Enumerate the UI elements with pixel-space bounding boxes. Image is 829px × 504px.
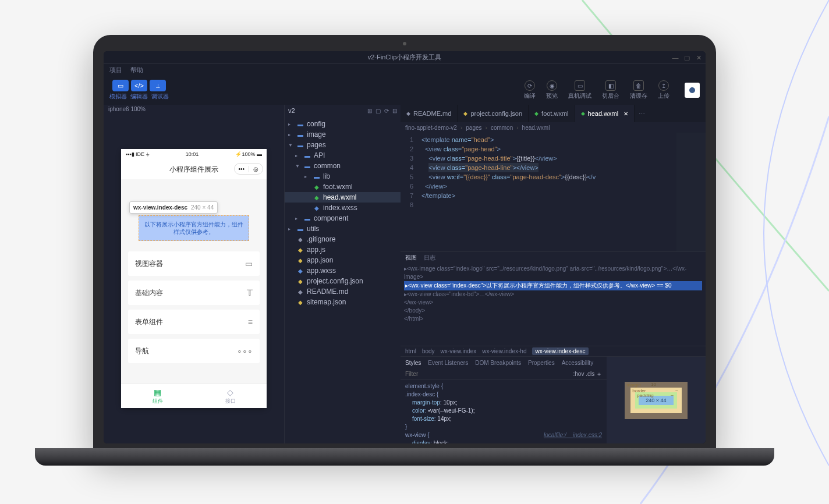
code-area[interactable]: 12345678 <template name="head"> <view cl…: [401, 133, 706, 251]
dom-crumb[interactable]: html: [405, 348, 416, 354]
phone-status-bar: ▪▪▪▮ IDE ⏚ 10:01 ⚡100% ▬: [121, 149, 267, 159]
preview-button[interactable]: ◉预览: [546, 80, 558, 100]
folder-item[interactable]: ▸▬config: [285, 119, 401, 129]
clear-cache-button[interactable]: 🗑清缓存: [630, 80, 647, 100]
styles-tab[interactable]: Event Listeners: [428, 360, 468, 366]
file-item[interactable]: ◆app.wxss: [285, 265, 401, 276]
time-label: 10:01: [186, 151, 199, 157]
styles-tab[interactable]: Accessibility: [562, 360, 593, 366]
collapse-icon[interactable]: ⊟: [392, 108, 397, 114]
menu-bar: 项目 帮助: [104, 64, 706, 76]
styles-tab[interactable]: DOM Breakpoints: [475, 360, 521, 366]
tabs-more-icon[interactable]: ⋯: [635, 105, 649, 122]
menu-project[interactable]: 项目: [109, 66, 122, 74]
inspect-highlight: 以下将展示小程序官方组件能力，组件样式仅供参考。: [139, 215, 249, 241]
debugger-toggle[interactable]: ⟂: [150, 80, 166, 91]
folder-item[interactable]: ▸▬API: [285, 150, 401, 161]
phone-header: 小程序组件展示 •••◎: [121, 159, 267, 179]
editor-tabs: ◆README.md◆project.config.json◆foot.wxml…: [401, 105, 706, 122]
breadcrumb-segment[interactable]: head.wxml: [522, 125, 550, 131]
box-model: margin10 border– padding– 240 × 44: [607, 357, 706, 443]
carrier-label: ▪▪▪▮ IDE ⏚: [126, 151, 149, 157]
styles-filter-input[interactable]: [405, 371, 573, 377]
zoom-level[interactable]: 100%: [130, 106, 146, 112]
explorer-root[interactable]: v2: [288, 107, 295, 114]
file-item[interactable]: ◆.gitignore: [285, 234, 401, 244]
editor-pane: ◆README.md◆project.config.json◆foot.wxml…: [401, 105, 706, 443]
remote-debug-button[interactable]: ▭真机调试: [568, 80, 591, 100]
dom-crumb[interactable]: wx-view.index-hd: [482, 348, 526, 354]
capsule-button[interactable]: •••◎: [234, 163, 263, 175]
list-item[interactable]: 视图容器▭: [128, 251, 260, 276]
css-rules[interactable]: element.style {.index-desc {</span></div…: [401, 380, 607, 443]
styles-tabs: StylesEvent ListenersDOM BreakpointsProp…: [401, 357, 607, 368]
file-item[interactable]: ◆index.wxss: [285, 203, 401, 213]
file-item[interactable]: ◆sitemap.json: [285, 297, 401, 307]
tab-component[interactable]: ▦组件: [121, 384, 194, 408]
dom-crumb[interactable]: body: [422, 348, 435, 354]
file-item[interactable]: ◆project.config.json: [285, 276, 401, 286]
close-icon[interactable]: ✕: [623, 111, 628, 117]
editor-tab[interactable]: ◆project.config.json: [458, 105, 529, 122]
file-item[interactable]: ◆README.md: [285, 286, 401, 297]
file-item[interactable]: ◆foot.wxml: [285, 182, 401, 192]
dom-tree[interactable]: ▸<wx-image class="index-logo" src="../re…: [401, 264, 706, 346]
breadcrumb-segment[interactable]: pages: [466, 125, 481, 131]
folder-item[interactable]: ▸▬image: [285, 129, 401, 140]
breadcrumb-segment[interactable]: common: [491, 125, 513, 131]
file-item[interactable]: ◆app.js: [285, 244, 401, 255]
new-folder-icon[interactable]: ▢: [375, 108, 381, 114]
list-item[interactable]: 表单组件≡: [128, 310, 260, 334]
styles-tab[interactable]: Properties: [528, 360, 555, 366]
dom-crumb[interactable]: wx-view.index: [441, 348, 477, 354]
editor-tab[interactable]: ◆README.md: [401, 105, 458, 122]
styles-tab[interactable]: Styles: [405, 360, 421, 366]
compile-button[interactable]: ⟳编译: [524, 80, 536, 100]
new-file-icon[interactable]: ⊞: [367, 108, 372, 114]
file-item[interactable]: ◆app.json: [285, 255, 401, 265]
inspect-tooltip: wx-view.index-desc240 × 44: [129, 201, 218, 214]
editor-toggle[interactable]: </>: [131, 80, 147, 91]
dt-tab-view[interactable]: 视图: [405, 254, 417, 262]
editor-tab[interactable]: ◆foot.wxml: [529, 105, 575, 122]
refresh-icon[interactable]: ⟳: [384, 108, 389, 114]
phone-frame: ▪▪▪▮ IDE ⏚ 10:01 ⚡100% ▬ 小程序组件展示 •••◎ wx…: [121, 149, 267, 408]
battery-label: ⚡100% ▬: [235, 151, 262, 157]
folder-item[interactable]: ▼▬common: [285, 161, 401, 171]
dom-breadcrumb: htmlbodywx-view.indexwx-view.index-hdwx-…: [401, 346, 706, 356]
folder-item[interactable]: ▸▬lib: [285, 171, 401, 182]
dt-tab-other[interactable]: 日志: [424, 254, 435, 262]
phone-tabbar: ▦组件 ◇接口: [121, 384, 267, 408]
code-content[interactable]: <template name="head"> <view class="page…: [417, 133, 706, 251]
window-controls: — ▢ ✕: [672, 51, 702, 64]
close-icon[interactable]: ✕: [695, 54, 702, 62]
dom-crumb[interactable]: wx-view.index-desc: [532, 347, 588, 355]
editor-label: 编辑器: [130, 93, 148, 101]
folder-item[interactable]: ▼▬pages: [285, 140, 401, 150]
menu-help[interactable]: 帮助: [130, 66, 143, 74]
maximize-icon[interactable]: ▢: [683, 54, 690, 62]
minimap[interactable]: [676, 133, 706, 251]
view-toggle: ▭ </> ⟂ 模拟器 编辑器 调试器: [109, 80, 169, 101]
simulator-label: 模拟器: [109, 93, 127, 101]
laptop-mockup: v2-FinClip小程序开发工具 — ▢ ✕ 项目 帮助 ▭ </> ⟂: [93, 35, 716, 454]
folder-item[interactable]: ▸▬component: [285, 213, 401, 223]
file-item[interactable]: ◆head.wxml: [285, 192, 401, 203]
minimize-icon[interactable]: —: [672, 54, 679, 61]
upload-button[interactable]: ↥上传: [658, 80, 669, 100]
styles-filter-actions[interactable]: :hov .cls ＋: [573, 370, 602, 378]
laptop-base: [35, 448, 774, 466]
user-avatar[interactable]: [685, 83, 700, 98]
tab-api[interactable]: ◇接口: [194, 384, 267, 408]
editor-tab[interactable]: ◆head.wxml✕: [575, 105, 635, 122]
explorer-pane: v2 ⊞ ▢ ⟳ ⊟ ▸▬config▸▬image▼▬pages▸▬API▼▬…: [284, 105, 401, 443]
folder-item[interactable]: ▸▬utils: [285, 223, 401, 234]
list-item[interactable]: 导航∘∘∘: [128, 339, 260, 363]
devtools: 视图 日志 ▸<wx-image class="index-logo" src=…: [401, 251, 706, 443]
device-name[interactable]: iphone6: [108, 106, 129, 112]
cut-bg-button[interactable]: ◧切后台: [602, 80, 619, 100]
simulator-toggle[interactable]: ▭: [112, 80, 129, 91]
breadcrumb-segment[interactable]: fino-applet-demo-v2: [405, 125, 457, 131]
list-item[interactable]: 基础内容𝕋: [128, 281, 260, 305]
page-title: 小程序组件展示: [169, 165, 218, 175]
